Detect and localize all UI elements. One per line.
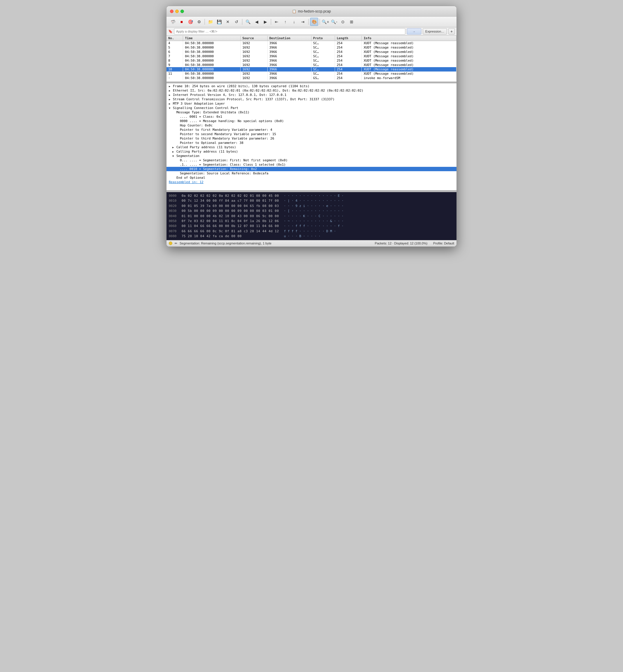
table-row[interactable]: 9 04:50:38.000000 1692 3966 SC… 254 XUDT… xyxy=(167,63,456,67)
first-button[interactable]: ⇤ xyxy=(272,18,281,26)
hex-offset: 0030 xyxy=(169,209,178,213)
status-dot xyxy=(169,241,172,245)
hex-ascii: · [ · · · · · · · · · · · · · · xyxy=(284,209,344,213)
reassembled-link[interactable]: Reassembled in: 12 xyxy=(167,180,456,184)
detail-text: Segmentation xyxy=(176,154,454,158)
close-file-button[interactable]: ✕ xyxy=(224,18,232,26)
col-time: Time xyxy=(183,36,241,41)
detail-text: .... 0010 = Segmentation: Remaining: 0x2 xyxy=(180,167,454,171)
detail-row[interactable]: ▶Called Party address (11 bytes) xyxy=(167,145,456,149)
maximize-button[interactable] xyxy=(180,9,184,13)
table-row[interactable]: 10 04:50:38.000000 1692 3966 SC… 254 XUD… xyxy=(167,67,456,71)
save-button[interactable]: 💾 xyxy=(215,18,223,26)
col-source: Source xyxy=(240,36,267,41)
table-row[interactable]: 8 04:50:38.000000 1692 3966 SC… 254 XUDT… xyxy=(167,58,456,63)
packet-list[interactable]: No. Time Source Destination Proto Length… xyxy=(167,36,456,82)
cell-no: 10 xyxy=(167,67,183,71)
detail-row[interactable]: 0... .... = Segmentation: First: Not fir… xyxy=(167,158,456,163)
hex-offset: 0020 xyxy=(169,204,178,208)
back-button[interactable]: ◀ xyxy=(253,18,261,26)
detail-container: ▶Frame 10: 254 bytes on wire (2032 bits)… xyxy=(167,84,456,184)
zoom-in-button[interactable]: 🔍+ xyxy=(321,18,329,26)
detail-row[interactable]: Pointer to Optional parameter: 38 xyxy=(167,141,456,145)
minimize-button[interactable] xyxy=(175,9,179,13)
resize-columns-button[interactable]: ⊞ xyxy=(348,18,356,26)
cell-info: XUDT (Message reassembled) xyxy=(362,71,456,76)
table-row[interactable]: 11 04:50:38.000000 1692 3966 SC… 254 XUD… xyxy=(167,71,456,76)
sep1 xyxy=(205,19,205,25)
hex-ascii: f f f f · · · · · · · D M · xyxy=(284,229,336,233)
detail-text: Pointer to Optional parameter: 38 xyxy=(180,141,454,145)
detail-row[interactable]: End of Optional xyxy=(167,176,456,180)
zoom-out-button[interactable]: 🔍- xyxy=(330,18,338,26)
cell-dst: 3966 xyxy=(267,67,311,71)
hex-ascii: · · · 9 z i · · · · · e · · · · xyxy=(284,204,344,208)
detail-row[interactable]: ▶Stream Control Transmission Protocol, S… xyxy=(167,97,456,101)
open-button[interactable]: 📁 xyxy=(206,18,214,26)
shark-button[interactable]: 🦈 xyxy=(169,18,177,26)
detail-text: Pointer to second Mandatory Variable par… xyxy=(180,132,454,136)
hex-offset: 0010 xyxy=(169,199,178,203)
cell-no: 7 xyxy=(167,54,183,58)
stop-button[interactable]: ■ xyxy=(178,18,186,26)
table-row[interactable]: 6 04:50:38.000000 1692 3966 SC… 254 XUDT… xyxy=(167,50,456,54)
table-row[interactable]: 5 04:50:38.000000 1692 3966 SC… 254 XUDT… xyxy=(167,45,456,50)
detail-row[interactable]: .... 0010 = Segmentation: Remaining: 0x2 xyxy=(167,167,456,171)
detail-row[interactable]: ▶Internet Protocol Version 4, Src: 127.0… xyxy=(167,93,456,97)
filter-arrow-button[interactable]: → xyxy=(407,28,421,35)
cell-src: 1692 xyxy=(240,63,267,67)
last-button[interactable]: ⇥ xyxy=(299,18,307,26)
col-info: Info xyxy=(362,36,456,41)
reload-button[interactable]: ↺ xyxy=(233,18,241,26)
expand-arrow: ▶ xyxy=(169,85,172,88)
detail-text: MTP 3 User Adaptation Layer xyxy=(173,102,454,106)
detail-row[interactable]: ▼Segmentation xyxy=(167,154,456,158)
hex-offset: 0060 xyxy=(169,224,178,228)
settings-button[interactable]: ⚙ xyxy=(195,18,203,26)
table-row[interactable]: 4 04:50:38.000000 1692 3966 SC… 254 XUDT… xyxy=(167,41,456,46)
zoom-reset-button[interactable]: ⊙ xyxy=(339,18,347,26)
capture-button[interactable]: 🎯 xyxy=(186,18,195,26)
detail-row[interactable]: Pointer to second Mandatory Variable par… xyxy=(167,132,456,136)
detail-row[interactable]: ▼Signalling Connection Control Part xyxy=(167,106,456,110)
hex-row: 0080 75 20 10 04 42 fa ca de 00 00 u · ·… xyxy=(169,234,454,239)
close-button[interactable] xyxy=(170,9,174,13)
sep2 xyxy=(242,19,242,25)
cell-info: XUDT (Message reassembled) xyxy=(362,54,456,58)
prev-button[interactable]: ↑ xyxy=(281,18,289,26)
detail-row[interactable]: Hop Counter: 0x0c xyxy=(167,123,456,127)
detail-text: Called Party address (11 bytes) xyxy=(176,145,454,149)
packet-tbody: 4 04:50:38.000000 1692 3966 SC… 254 XUDT… xyxy=(167,41,456,81)
detail-row[interactable]: ▶Calling Party address (11 bytes) xyxy=(167,149,456,154)
detail-row[interactable]: Segmentation: Source Local Reference: 0x… xyxy=(167,171,456,176)
table-row[interactable]: 7 04:50:38.000000 1692 3966 SC… 254 XUDT… xyxy=(167,54,456,58)
detail-text: Ethernet II, Src: 0a:02:02:02:02:01 (0a:… xyxy=(173,89,454,92)
hex-ascii: · · · · · · · · · · · · · · E · xyxy=(284,194,344,198)
cell-proto: SC… xyxy=(311,54,335,58)
filter-input[interactable] xyxy=(174,28,405,35)
add-filter-button[interactable]: + xyxy=(448,28,455,35)
find-button[interactable]: 🔍 xyxy=(244,18,252,26)
window-title: 📋 mo-fwdsm-sccp.pcap xyxy=(292,9,331,13)
expression-button[interactable]: Expression… xyxy=(423,28,447,35)
detail-row[interactable]: ▶Ethernet II, Src: 0a:02:02:02:02:01 (0a… xyxy=(167,88,456,93)
next-button[interactable]: ↓ xyxy=(290,18,298,26)
table-row[interactable]: · 04:50:38.000000 1692 3966 GS… 254 invo… xyxy=(167,76,456,80)
hex-panel[interactable]: 0000 0a 02 02 02 02 02 0a 02 02 02 02 01… xyxy=(167,192,456,240)
detail-row[interactable]: 0000 .... = Message handling: No special… xyxy=(167,119,456,123)
detail-row[interactable]: Pointer to first Mandatory Variable para… xyxy=(167,127,456,132)
detail-text: .1.. .... = Segmentation: Class: Class 1… xyxy=(180,163,454,167)
detail-row[interactable]: .1.. .... = Segmentation: Class: Class 1… xyxy=(167,163,456,167)
cell-src: 1692 xyxy=(240,67,267,71)
detail-row[interactable]: ▶MTP 3 User Adaptation Layer xyxy=(167,101,456,106)
colorize-button[interactable]: 🎨 xyxy=(310,18,318,26)
detail-row[interactable]: Pointer to third Mandatory Variable para… xyxy=(167,136,456,141)
detail-row[interactable]: .... 0001 = Class: 0x1 xyxy=(167,115,456,119)
detail-row[interactable]: Message Type: Extended Unitdata (0x11) xyxy=(167,110,456,115)
detail-row[interactable]: ▶Frame 10: 254 bytes on wire (2032 bits)… xyxy=(167,84,456,88)
hex-offset: 0070 xyxy=(169,229,178,233)
detail-panel[interactable]: ▶Frame 10: 254 bytes on wire (2032 bits)… xyxy=(167,83,456,191)
forward-button[interactable]: ▶ xyxy=(261,18,269,26)
hex-ascii: u · · · B · · · · · xyxy=(284,234,321,238)
expand-arrow: ▶ xyxy=(169,102,172,105)
